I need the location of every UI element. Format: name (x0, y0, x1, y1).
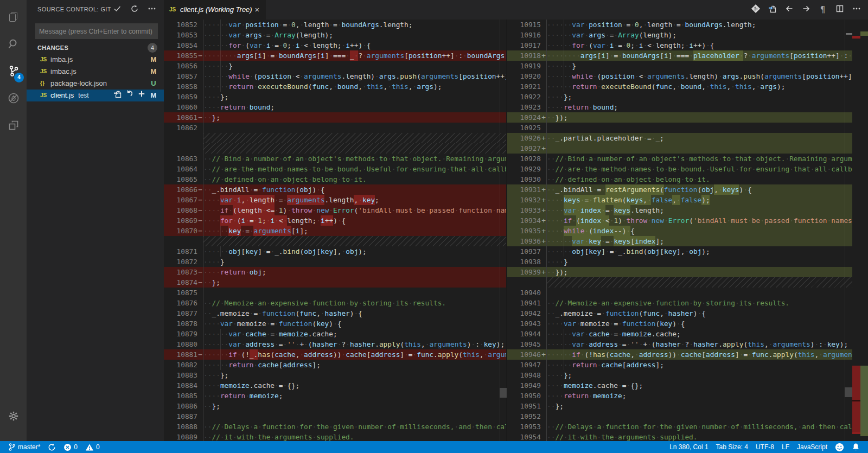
line-number[interactable]: 10879 (164, 329, 197, 339)
line-number[interactable]: 10874 (164, 277, 197, 288)
original-line-10854[interactable]: 10854······for·(var·i·=·0;·i·<·length;·i… (164, 40, 506, 50)
modified-line-10922[interactable]: 10922····}; (507, 92, 852, 102)
original-line-10852[interactable]: 10852······var·position·=·0,·length·=·bo… (164, 20, 506, 30)
line-number[interactable] (164, 133, 197, 143)
modified-line-10934[interactable]: 10934+····if·(index·<·1)·throw·new·Error… (507, 215, 852, 226)
line-number[interactable]: 10871 (164, 246, 197, 257)
modified-line-10925[interactable]: 10925 (507, 123, 852, 133)
line-number[interactable]: 10885 (164, 391, 197, 401)
line-number[interactable]: 10920 (507, 71, 541, 81)
line-number[interactable]: 10881 (164, 349, 197, 360)
next-change-button[interactable] (797, 2, 814, 18)
modified-line-10953[interactable]: 10953··//·Delays·a·function·for·the·give… (507, 422, 852, 432)
line-number[interactable]: 10860 (164, 102, 197, 112)
line-number[interactable]: 10922 (507, 92, 541, 102)
line-number[interactable]: 10863 (164, 154, 197, 164)
activity-bar-item-search[interactable] (0, 30, 27, 58)
line-number[interactable]: 10928 (507, 154, 541, 164)
line-number[interactable]: 10936 (507, 236, 541, 246)
original-line-10886[interactable]: 10886··}; (164, 401, 506, 411)
line-number[interactable]: 10872 (164, 257, 197, 267)
modified-line-filler[interactable] (507, 277, 852, 288)
settings-button[interactable] (0, 405, 27, 429)
scm-file-package-lock.json[interactable]: {}package-lock.jsonU (27, 78, 164, 90)
line-number[interactable]: 10865 (164, 174, 197, 184)
status-language-mode[interactable]: JavaScript (793, 441, 831, 453)
original-line-10863[interactable]: 10863··//·Bind·a·number·of·an·object's·m… (164, 154, 506, 164)
original-line-10885[interactable]: 10885····return·memoize; (164, 391, 506, 401)
toggle-whitespace-button[interactable]: ¶ (814, 2, 831, 18)
modified-line-10940[interactable]: 10940 (507, 288, 852, 298)
line-number[interactable]: 10949 (507, 380, 541, 391)
modified-line-10915[interactable]: 10915······var·position·=·0,·length·=·bo… (507, 20, 852, 30)
line-number[interactable]: 10853 (164, 30, 197, 40)
line-number[interactable]: 10953 (507, 422, 541, 432)
previous-change-button[interactable] (781, 2, 797, 18)
modified-line-10930[interactable]: 10930··//·defined·on·an·object·belong·to… (507, 174, 852, 184)
line-number[interactable]: 10870 (164, 226, 197, 236)
modified-line-10937[interactable]: 10937······obj[key]·=·_.bind(obj[key],·o… (507, 246, 852, 257)
line-number[interactable]: 10924 (507, 112, 541, 123)
changes-section-header[interactable]: CHANGES 4 (27, 42, 164, 54)
line-number[interactable]: 10935 (507, 226, 541, 236)
modified-line-10931[interactable]: 10931+··_.bindAll·=·restArguments(functi… (507, 184, 852, 195)
line-number[interactable]: 10938 (507, 257, 541, 267)
original-line-10876[interactable]: 10876··//·Memoize·an·expensive·function·… (164, 298, 506, 308)
original-line-10853[interactable]: 10853······var·args·=·Array(length); (164, 30, 506, 40)
modified-line-10927[interactable]: 10927+ (507, 143, 852, 154)
line-number[interactable]: 10873 (164, 267, 197, 277)
line-number[interactable]: 10943 (507, 318, 541, 329)
line-number[interactable]: 10855 (164, 50, 197, 61)
status-branch[interactable]: master* (4, 441, 44, 453)
line-number[interactable]: 10915 (507, 20, 541, 30)
line-number[interactable]: 10929 (507, 164, 541, 174)
original-line-10882[interactable]: 10882······return·cache[address]; (164, 360, 506, 370)
line-number[interactable]: 10954 (507, 432, 541, 441)
modified-line-10951[interactable]: 10951··}; (507, 401, 852, 411)
status-cursor-position[interactable]: Ln 380, Col 1 (666, 441, 712, 453)
original-line-10856[interactable]: 10856······} (164, 61, 506, 71)
status-warnings[interactable]: 0 (81, 441, 104, 453)
modified-line-10945[interactable]: 10945······var·address·=·''·+·(hasher·?·… (507, 339, 852, 349)
original-line-10888[interactable]: 10888··//·Delays·a·function·for·the·give… (164, 422, 506, 432)
line-number[interactable]: 10852 (164, 20, 197, 30)
line-number[interactable]: 10932 (507, 195, 541, 205)
activity-bar-item-debug[interactable] (0, 85, 27, 112)
open-file-button[interactable] (764, 2, 781, 18)
split-editor-button[interactable] (831, 2, 848, 18)
original-line-10870[interactable]: 10870−······key·=·arguments[i]; (164, 226, 506, 236)
more-actions-button[interactable] (848, 2, 865, 18)
modified-line-10950[interactable]: 10950····return·memoize; (507, 391, 852, 401)
diff-original-pane[interactable]: 10852······var·position·=·0,·length·=·bo… (164, 20, 507, 441)
line-number[interactable]: 10942 (507, 308, 541, 318)
original-line-10879[interactable]: 10879······var·cache·=·memoize.cache; (164, 329, 506, 339)
original-line-10866[interactable]: 10866−··_.bindAll·=·function(obj)·{ (164, 184, 506, 195)
status-feedback[interactable] (831, 441, 848, 453)
original-line-10858[interactable]: 10858······return·executeBound(func,·bou… (164, 81, 506, 92)
modified-line-10932[interactable]: 10932+····keys·=·flatten(keys,·false,·fa… (507, 195, 852, 205)
modified-line-10919[interactable]: 10919······} (507, 61, 852, 71)
line-number[interactable]: 10951 (507, 401, 541, 411)
modified-line-10942[interactable]: 10942··_.memoize·=·function(func,·hasher… (507, 308, 852, 318)
line-number[interactable]: 10926 (507, 133, 541, 143)
line-number[interactable]: 10944 (507, 329, 541, 339)
line-number[interactable]: 10918 (507, 50, 541, 61)
line-number[interactable]: 10933 (507, 205, 541, 215)
overview-ruler[interactable] (852, 20, 868, 441)
line-number[interactable]: 10921 (507, 81, 541, 92)
modified-line-10917[interactable]: 10917······for·(var·i·=·0;·i·<·length;·i… (507, 40, 852, 50)
original-line-filler[interactable] (164, 143, 506, 154)
line-number[interactable]: 10937 (507, 246, 541, 257)
line-number[interactable]: 10877 (164, 308, 197, 318)
line-number[interactable]: 10866 (164, 184, 197, 195)
original-line-10859[interactable]: 10859····}; (164, 92, 506, 102)
discard-changes-button[interactable] (124, 90, 136, 101)
modified-line-10921[interactable]: 10921······return·executeBound(func,·bou… (507, 81, 852, 92)
original-line-filler[interactable] (164, 133, 506, 143)
line-number[interactable]: 10925 (507, 123, 541, 133)
modified-line-10920[interactable]: 10920······while·(position·<·arguments.l… (507, 71, 852, 81)
original-line-10862[interactable]: 10862 (164, 123, 506, 133)
status-encoding[interactable]: UTF-8 (752, 441, 778, 453)
line-number[interactable]: 10887 (164, 411, 197, 422)
original-line-10871[interactable]: 10871······obj[key]·=·_.bind(obj[key],·o… (164, 246, 506, 257)
